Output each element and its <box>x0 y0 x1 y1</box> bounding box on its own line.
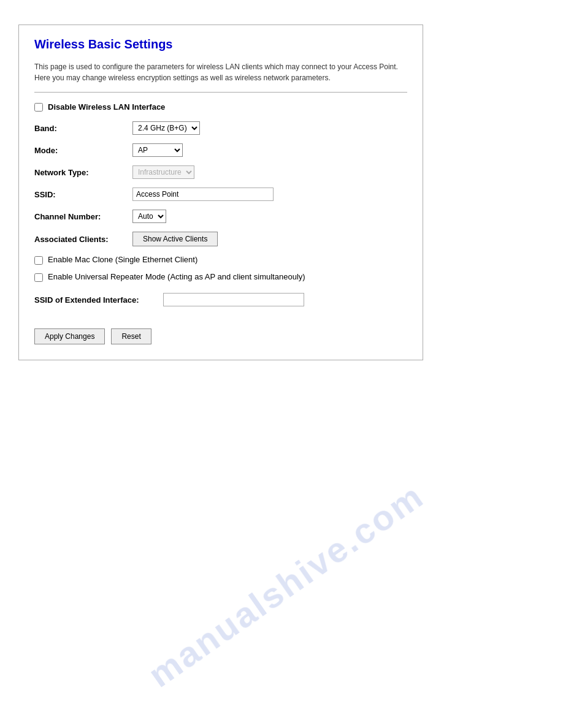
page-title: Wireless Basic Settings <box>34 37 407 51</box>
ssid-extended-input[interactable] <box>163 293 304 306</box>
associated-clients-label: Associated Clients: <box>34 235 132 244</box>
form-section: Disable Wireless LAN Interface Band: 2.4… <box>34 102 407 344</box>
band-control: 2.4 GHz (B+G) 2.4 GHz (B) 2.4 GHz (G) 5 … <box>132 121 200 135</box>
mac-clone-checkbox[interactable] <box>34 256 43 265</box>
universal-repeater-checkbox[interactable] <box>34 273 43 282</box>
network-type-row: Network Type: Infrastructure Ad hoc <box>34 165 407 179</box>
button-row: Apply Changes Reset <box>34 328 407 344</box>
network-type-select[interactable]: Infrastructure Ad hoc <box>132 165 194 179</box>
channel-label: Channel Number: <box>34 212 132 221</box>
disable-wireless-checkbox[interactable] <box>34 103 43 112</box>
mode-label: Mode: <box>34 146 132 155</box>
channel-select[interactable]: Auto 1 2 3 4 5 6 7 8 9 10 11 <box>132 210 166 223</box>
band-row: Band: 2.4 GHz (B+G) 2.4 GHz (B) 2.4 GHz … <box>34 121 407 135</box>
reset-button[interactable]: Reset <box>111 328 151 344</box>
universal-repeater-label: Enable Universal Repeater Mode (Acting a… <box>48 272 305 281</box>
ssid-row: SSID: <box>34 188 407 201</box>
settings-panel: Wireless Basic Settings This page is use… <box>18 25 423 360</box>
network-type-label: Network Type: <box>34 168 132 177</box>
mode-row: Mode: AP Client WDS AP+WDS <box>34 143 407 157</box>
network-type-control: Infrastructure Ad hoc <box>132 165 194 179</box>
channel-control: Auto 1 2 3 4 5 6 7 8 9 10 11 <box>132 210 166 223</box>
associated-clients-row: Associated Clients: Show Active Clients <box>34 232 407 246</box>
watermark: manualshive.com <box>140 475 431 696</box>
mac-clone-row: Enable Mac Clone (Single Ethernet Client… <box>34 255 407 265</box>
ssid-input[interactable] <box>132 188 274 201</box>
ssid-extended-label: SSID of Extended Interface: <box>34 295 163 305</box>
band-label: Band: <box>34 124 132 133</box>
channel-row: Channel Number: Auto 1 2 3 4 5 6 7 8 9 1… <box>34 210 407 223</box>
mac-clone-label: Enable Mac Clone (Single Ethernet Client… <box>48 255 197 264</box>
universal-repeater-row: Enable Universal Repeater Mode (Acting a… <box>34 272 407 282</box>
ssid-extended-row: SSID of Extended Interface: <box>34 293 407 306</box>
mode-select[interactable]: AP Client WDS AP+WDS <box>132 143 183 157</box>
ssid-label: SSID: <box>34 190 132 199</box>
mode-control: AP Client WDS AP+WDS <box>132 143 183 157</box>
disable-wireless-label: Disable Wireless LAN Interface <box>48 102 165 112</box>
divider <box>34 92 407 93</box>
ssid-control <box>132 188 274 201</box>
apply-changes-button[interactable]: Apply Changes <box>34 328 105 344</box>
page-description: This page is used to configure the param… <box>34 61 407 83</box>
show-active-clients-button[interactable]: Show Active Clients <box>132 232 218 246</box>
band-select[interactable]: 2.4 GHz (B+G) 2.4 GHz (B) 2.4 GHz (G) 5 … <box>132 121 200 135</box>
disable-wireless-row: Disable Wireless LAN Interface <box>34 102 407 112</box>
associated-clients-control: Show Active Clients <box>132 232 218 246</box>
